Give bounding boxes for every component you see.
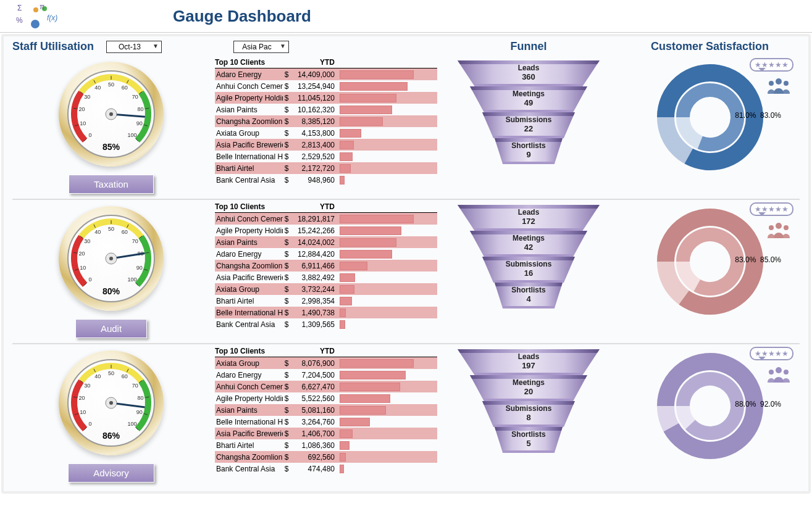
svg-text:80: 80 <box>137 106 143 112</box>
client-ytd-value: 692,560 <box>290 453 337 462</box>
table-row: Asian Paints $ 5,081,160 <box>215 404 437 416</box>
currency-symbol: $ <box>283 238 290 247</box>
svg-text:30: 30 <box>84 238 90 244</box>
client-name: Bank Central Asia <box>215 320 283 329</box>
funnel-stage-value: 22 <box>524 124 533 133</box>
funnel-stage: Leads 197 <box>458 349 600 375</box>
currency-symbol: $ <box>283 82 290 91</box>
region-select[interactable]: Asia Pac <box>233 41 289 53</box>
svg-text:10: 10 <box>80 120 86 126</box>
svg-text:80: 80 <box>137 395 143 401</box>
table-header-ytd: YTD <box>283 58 337 67</box>
svg-text:10: 10 <box>80 409 86 415</box>
funnel-chart: Leads 197 Meetings 20 Submissions 8 Shor… <box>442 347 615 453</box>
funnel-stage-label: Shortlists <box>511 286 545 294</box>
funnel-stage-label: Submissions <box>506 260 552 268</box>
client-bar <box>340 465 344 473</box>
svg-text:20: 20 <box>79 251 85 257</box>
client-ytd-value: 1,490,738 <box>290 309 337 317</box>
currency-symbol: $ <box>283 152 290 161</box>
client-ytd-value: 11,045,120 <box>290 94 337 102</box>
funnel-stage: Shortlists 4 <box>495 283 563 309</box>
table-row: Anhui Conch Cement $ 18,291,817 <box>215 213 437 225</box>
client-name: Axiata Group <box>215 359 283 368</box>
client-name: Changsha Zoomlion H <box>215 117 283 126</box>
gauge-percent: 85% <box>59 142 164 152</box>
currency-symbol: $ <box>283 394 290 403</box>
client-bar <box>340 309 346 317</box>
client-name: Anhui Conch Cement <box>215 82 283 91</box>
client-ytd-value: 948,960 <box>290 176 337 184</box>
people-icon <box>766 367 791 386</box>
table-row: Anhui Conch Cement $ 6,627,470 <box>215 381 437 392</box>
client-name: Asian Paints <box>215 238 283 247</box>
table-row: Bharti Airtel $ 2,172,720 <box>215 162 437 174</box>
svg-text:20: 20 <box>79 106 85 112</box>
table-row: Adaro Energy $ 14,409,000 <box>215 68 437 80</box>
funnel-stage-label: Shortlists <box>511 430 545 439</box>
client-name: Agile Property Holding <box>215 394 283 403</box>
table-row: Bank Central Asia $ 1,309,565 <box>215 318 437 330</box>
client-name: Adaro Energy <box>215 70 283 79</box>
svg-text:50: 50 <box>108 226 114 232</box>
currency-symbol: $ <box>283 371 290 379</box>
department-button[interactable]: Advisory <box>68 463 154 483</box>
funnel-stage-value: 20 <box>524 387 533 396</box>
svg-point-24 <box>109 112 113 116</box>
department-button[interactable]: Audit <box>75 319 147 338</box>
funnel-stage-label: Leads <box>518 352 540 361</box>
client-name: Asia Pacific Breweries <box>215 273 283 282</box>
funnel-chart: Leads 172 Meetings 42 Submissions 16 Sho… <box>442 202 615 309</box>
currency-symbol: $ <box>283 453 290 462</box>
client-ytd-value: 474,480 <box>290 465 337 473</box>
funnel-stage-value: 4 <box>526 294 530 304</box>
csat-chart: ★★★★★ 88.0% 92.0% <box>620 347 800 463</box>
svg-text:10: 10 <box>80 265 86 271</box>
table-row: Anhui Conch Cement $ 13,254,940 <box>215 80 437 92</box>
client-name: Axiata Group <box>215 129 283 138</box>
client-bar <box>340 297 352 305</box>
svg-text:0: 0 <box>89 276 92 283</box>
svg-text:50: 50 <box>108 370 114 376</box>
gauge-percent: 86% <box>59 431 164 441</box>
currency-symbol: $ <box>283 406 290 415</box>
client-name: Bharti Airtel <box>215 297 283 305</box>
top-clients-table: Top 10 Clients YTD Axiata Group $ 8,076,… <box>215 347 437 474</box>
month-select[interactable]: Oct-13 <box>106 41 162 53</box>
client-bar <box>340 152 353 161</box>
table-header-name: Top 10 Clients <box>215 202 283 211</box>
funnel-stage-label: Submissions <box>506 115 552 124</box>
client-name: Anhui Conch Cement <box>215 215 283 223</box>
currency-symbol: $ <box>283 465 290 473</box>
svg-point-27 <box>784 81 789 86</box>
currency-symbol: $ <box>283 94 290 102</box>
client-bar <box>340 262 367 270</box>
svg-point-85 <box>776 367 782 373</box>
table-row: Asian Paints $ 10,162,320 <box>215 104 437 115</box>
currency-symbol: $ <box>283 262 290 270</box>
client-ytd-value: 5,522,560 <box>290 394 337 403</box>
client-bar <box>340 406 386 415</box>
client-bar <box>340 383 400 391</box>
funnel-stage-value: 9 <box>526 150 530 159</box>
funnel-chart: Leads 360 Meetings 49 Submissions 22 Sho… <box>442 58 615 164</box>
client-bar <box>340 106 392 114</box>
client-name: Adaro Energy <box>215 371 283 379</box>
funnel-stage-label: Meetings <box>513 378 545 387</box>
header-bar: Σ π % f(x) Gauge Dashboard <box>0 0 812 33</box>
funnel-stage-label: Leads <box>518 64 540 72</box>
dashboard-row: 0102030405060708090100 85% Taxation Top … <box>12 56 800 199</box>
currency-symbol: $ <box>283 320 290 329</box>
client-ytd-value: 1,086,360 <box>290 441 337 450</box>
client-bar <box>340 226 401 235</box>
currency-symbol: $ <box>283 273 290 282</box>
funnel-stage-value: 197 <box>522 361 535 370</box>
department-button[interactable]: Taxation <box>69 175 154 194</box>
client-ytd-value: 8,385,120 <box>290 117 337 126</box>
table-row: Belle International Hol $ 2,529,520 <box>215 151 437 162</box>
currency-symbol: $ <box>283 70 290 79</box>
svg-text:20: 20 <box>79 395 85 401</box>
client-bar <box>340 70 414 79</box>
table-row: Changsha Zoomlion H $ 692,560 <box>215 451 437 463</box>
client-bar <box>340 285 354 294</box>
